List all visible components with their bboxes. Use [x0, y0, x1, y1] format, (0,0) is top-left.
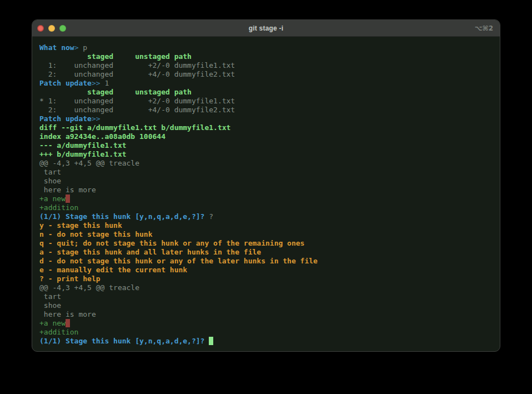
terminal-text: staged unstaged path: [39, 52, 192, 61]
terminal-text: +addition: [39, 203, 78, 212]
terminal-text: ? - print help: [39, 275, 101, 283]
terminal-line: 2: unchanged +4/-0 dummyfile2.txt: [39, 106, 493, 114]
terminal-text: (1/1) Stage this hunk [y,n,q,a,d,e,?]?: [39, 337, 209, 345]
terminal-line: staged unstaged path: [39, 52, 493, 61]
terminal-line: shoe: [39, 177, 493, 186]
terminal-text: staged unstaged path: [39, 88, 192, 96]
terminal-text: q - quit; do not stage this hunk or any …: [39, 239, 304, 247]
terminal-text: tart: [39, 168, 61, 176]
window-title: git stage -i: [32, 24, 500, 32]
minimize-button[interactable]: [48, 25, 55, 32]
terminal-line: diff --git a/dummyfile1.txt b/dummyfile1…: [39, 123, 493, 132]
terminal-line: What now> p: [39, 43, 493, 52]
terminal-line: tart: [39, 292, 493, 301]
terminal-text: tart: [39, 292, 61, 301]
terminal-window: git stage -i ⌥⌘2 What now> p staged unst…: [32, 19, 500, 352]
close-button[interactable]: [37, 25, 44, 32]
terminal-text: ?: [209, 212, 213, 221]
terminal-line: shoe: [39, 301, 493, 310]
terminal-text: 1: [101, 79, 109, 87]
terminal-line: +addition: [39, 328, 493, 337]
terminal-line: e - manually edit the current hunk: [39, 266, 493, 275]
terminal-text: y - stage this hunk: [39, 221, 122, 230]
terminal-text: @@ -4,3 +4,5 @@ treacle: [39, 159, 139, 167]
cursor-block: [209, 337, 213, 345]
terminal-text: shoe: [39, 177, 61, 185]
terminal-line: here is more: [39, 310, 493, 319]
traffic-lights: [32, 25, 66, 32]
terminal-line: n - do not stage this hunk: [39, 230, 493, 239]
terminal-text: What now: [39, 43, 74, 52]
terminal-text: +addition: [39, 328, 78, 336]
terminal-line: * 1: unchanged +2/-0 dummyfile1.txt: [39, 97, 493, 106]
terminal-line: +a new: [39, 194, 493, 203]
terminal-line: --- a/dummyfile1.txt: [39, 141, 493, 150]
terminal-text: @@ -4,3 +4,5 @@ treacle: [39, 283, 139, 292]
terminal-line: y - stage this hunk: [39, 221, 493, 230]
terminal-line: tart: [39, 168, 493, 177]
terminal-text: shoe: [39, 301, 61, 310]
terminal-line: a - stage this hunk and all later hunks …: [39, 248, 493, 257]
terminal-line: +addition: [39, 203, 493, 212]
terminal-text: +a new: [39, 319, 66, 327]
terminal-line: 2: unchanged +4/-0 dummyfile2.txt: [39, 70, 493, 79]
terminal-line: 1: unchanged +2/-0 dummyfile1.txt: [39, 61, 493, 70]
terminal-text: d - do not stage this hunk or any of the…: [39, 257, 318, 265]
terminal-text: * 1: unchanged +2/-0 dummyfile1.txt: [39, 97, 235, 105]
terminal-text: n - do not stage this hunk: [39, 230, 153, 238]
terminal-text: >>: [92, 79, 101, 87]
terminal-text: Patch update: [39, 79, 92, 87]
terminal-text: index a92434e..a08a0db 100644: [39, 132, 165, 141]
terminal-text: diff --git a/dummyfile1.txt b/dummyfile1…: [39, 123, 230, 132]
terminal-text: (1/1) Stage this hunk [y,n,q,a,d,e,?]?: [39, 212, 209, 221]
trailing-whitespace-marker: [66, 194, 70, 203]
terminal-line: index a92434e..a08a0db 100644: [39, 132, 493, 141]
terminal-line: @@ -4,3 +4,5 @@ treacle: [39, 159, 493, 168]
terminal-line: ? - print help: [39, 275, 493, 283]
terminal-text: here is more: [39, 310, 96, 318]
terminal-line: @@ -4,3 +4,5 @@ treacle: [39, 283, 493, 292]
trailing-whitespace-marker: [66, 319, 70, 327]
terminal-line: here is more: [39, 186, 493, 194]
terminal-text: p: [78, 43, 87, 52]
terminal-text: --- a/dummyfile1.txt: [39, 141, 127, 149]
terminal-text: 2: unchanged +4/-0 dummyfile2.txt: [39, 106, 235, 114]
terminal-line: (1/1) Stage this hunk [y,n,q,a,d,e,?]? ?: [39, 212, 493, 221]
terminal-line: (1/1) Stage this hunk [y,n,q,a,d,e,?]?: [39, 337, 493, 346]
zoom-button[interactable]: [59, 25, 66, 32]
terminal-line: q - quit; do not stage this hunk or any …: [39, 239, 493, 248]
terminal-text: 1: unchanged +2/-0 dummyfile1.txt: [39, 61, 235, 69]
terminal-text: +++ b/dummyfile1.txt: [39, 150, 127, 158]
terminal-text: 2: unchanged +4/-0 dummyfile2.txt: [39, 70, 235, 78]
terminal-line: +++ b/dummyfile1.txt: [39, 150, 493, 159]
terminal-text: e - manually edit the current hunk: [39, 266, 187, 274]
terminal-line: Patch update>> 1: [39, 79, 493, 88]
terminal-line: +a new: [39, 319, 493, 328]
terminal-line: Patch update>>: [39, 114, 493, 123]
terminal-output[interactable]: What now> p staged unstaged path 1: unch…: [32, 37, 500, 346]
terminal-text: Patch update: [39, 114, 92, 123]
terminal-text: here is more: [39, 186, 96, 194]
title-bar[interactable]: git stage -i ⌥⌘2: [32, 20, 500, 37]
terminal-text: >>: [92, 114, 101, 123]
terminal-line: d - do not stage this hunk or any of the…: [39, 257, 493, 266]
window-shortcut-badge: ⌥⌘2: [475, 24, 500, 32]
terminal-line: staged unstaged path: [39, 88, 493, 97]
terminal-text: a - stage this hunk and all later hunks …: [39, 248, 261, 256]
terminal-text: +a new: [39, 194, 66, 203]
